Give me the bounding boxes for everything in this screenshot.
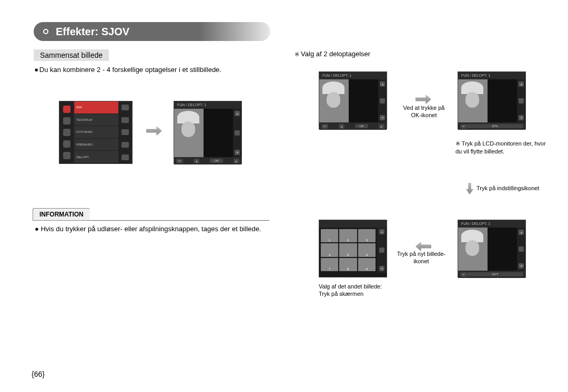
lcd-step2: FUN / DELOPT. 1 ▴▾ ↶ STIL <box>458 71 526 129</box>
opt-4 <box>121 142 129 148</box>
back-icon: ↶ <box>460 272 467 277</box>
lcd-bottombar: ↶ ◂ OK ▸ <box>174 157 241 164</box>
section-left-desc: Du kan kombinere 2 - 4 forskellige optag… <box>35 65 266 75</box>
right-icon: ▸ <box>234 159 239 163</box>
thumb-3: 3 <box>358 229 376 242</box>
opt-3 <box>121 129 129 135</box>
lcd-menu-list: SJV TEGNFILM FOTORAM. FREMHÆV DELOPT. <box>74 101 118 163</box>
menu-row-3: FREMHÆV <box>74 139 118 151</box>
lcd-step3: FUN / DELOPT. 1 ▴▾ ↶ NYT <box>458 220 526 277</box>
arrow-down-icon <box>466 183 473 194</box>
menu-row-0: SJV <box>74 101 118 114</box>
page-number: {66} <box>32 370 45 378</box>
menu-icon-2 <box>63 117 70 125</box>
nyt-button: NYT <box>467 272 523 276</box>
chevron-down-icon: ▾ <box>235 150 240 155</box>
lcd-menu-right-opts <box>118 101 132 163</box>
section-heading-left: Sammensat billede <box>34 49 109 61</box>
lcd-preview-1: FUN / DELOPT. 1 ▴ ▾ ↶ ◂ OK ▸ <box>174 101 242 164</box>
menu-icon-3 <box>63 129 70 136</box>
thumb-7: 7 <box>321 258 338 271</box>
dot-icon <box>235 130 240 136</box>
menu-icon-5 <box>63 152 70 159</box>
thumb-9: 9 <box>358 258 376 271</box>
page-title: Effekter: SJOV <box>56 26 129 38</box>
caption-new-image-icon: Tryk på nyt billede-ikonet <box>392 250 450 265</box>
left-icon: ◂ <box>194 159 199 163</box>
arrow-right-icon <box>146 126 162 136</box>
thumb-8: 8 <box>339 258 357 271</box>
hint-move-image: Tryk på LCD-monitoren der, hvor du vil f… <box>455 140 546 156</box>
opt-2 <box>121 117 129 123</box>
grid-caption: Valg af det andet billede: Tryk på skærm… <box>319 283 403 298</box>
thumb-1: 1 <box>321 229 338 242</box>
ok-button-2: OK <box>355 124 368 128</box>
menu-row-4: DELOPT. <box>74 151 118 163</box>
back-icon: ↶ <box>321 124 328 129</box>
chevron-down-icon: ▾ <box>379 266 384 271</box>
lcd-menu-left-icons <box>59 101 74 163</box>
section-heading-right: Valg af 2 deloptagelser <box>295 49 370 59</box>
opt-5 <box>121 154 129 160</box>
lcd-topbar: FUN / DELOPT. 1 <box>174 101 241 109</box>
stil-button: STIL <box>467 124 523 128</box>
ok-button: OK <box>210 159 223 163</box>
thumbnail-grid: 1 2 3 4 5 6 7 8 9 <box>319 228 377 273</box>
lcd-topbar-title-4: FUN / DELOPT. 1 <box>461 222 490 226</box>
lcd-thumbnail-grid: 1 2 3 4 5 6 7 8 9 ▴ ▾ <box>319 220 387 277</box>
lcd-side-controls: ▴ ▾ <box>233 109 241 157</box>
photo-left-half <box>174 109 204 157</box>
information-label: INFORMATION <box>33 208 90 221</box>
lcd-topbar-title: FUN / DELOPT. 1 <box>177 103 206 107</box>
arrow-right-icon-2 <box>415 95 431 104</box>
back-icon: ↶ <box>460 124 467 129</box>
chevron-up-icon: ▴ <box>379 229 384 234</box>
caption-ok-icon: Ved at trykke på OK-ikonet <box>398 104 450 119</box>
lcd-menu-screen: SJV TEGNFILM FOTORAM. FREMHÆV DELOPT. <box>59 101 133 164</box>
menu-row-1: TEGNFILM <box>74 114 118 127</box>
thumb-2: 2 <box>339 229 357 242</box>
thumb-6: 6 <box>358 243 376 256</box>
back-icon: ↶ <box>176 159 183 163</box>
lcd-step1: FUN / DELOPT. 1 ▴▾ ↶ ◂ OK ▸ <box>319 71 387 129</box>
caption-settings-icon: Tryk på indstillingsikonet <box>476 184 550 192</box>
information-text: ● Hvis du trykker på udløser- eller afsp… <box>33 221 269 237</box>
chevron-up-icon: ▴ <box>235 111 240 116</box>
lcd-topbar-title-3: FUN / DELOPT. 1 <box>461 74 490 78</box>
opt-1 <box>121 105 129 110</box>
menu-icon-4 <box>63 140 70 148</box>
title-dot-icon <box>43 29 48 34</box>
thumb-5: 5 <box>339 243 357 256</box>
menu-icon-1 <box>63 106 70 113</box>
information-box: INFORMATION ● Hvis du trykker på udløser… <box>33 208 269 237</box>
photo-right-half <box>204 109 233 157</box>
thumb-4: 4 <box>321 243 338 256</box>
menu-row-2: FOTORAM. <box>74 126 118 139</box>
lcd-topbar-title-2: FUN / DELOPT. 1 <box>322 74 351 78</box>
page-title-bar: Effekter: SJOV <box>34 22 270 41</box>
